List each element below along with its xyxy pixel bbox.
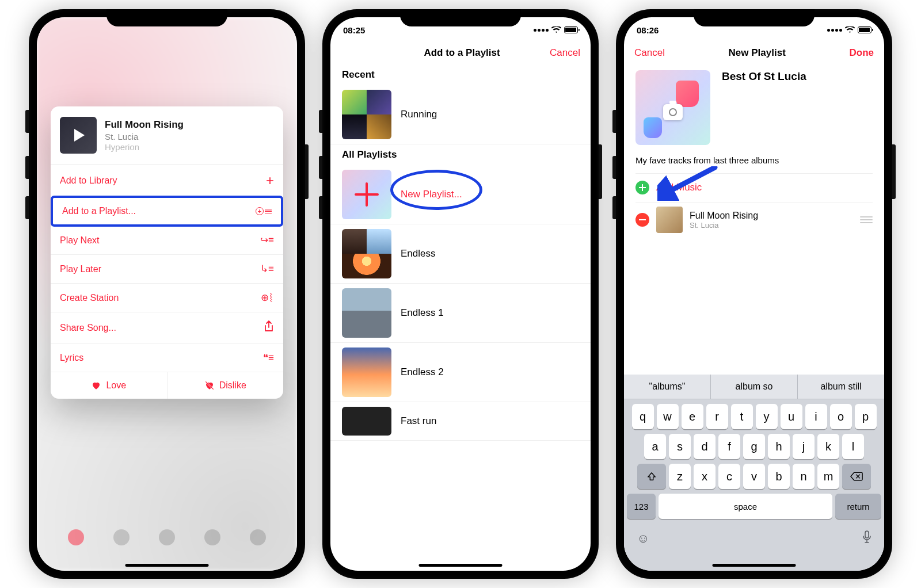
battery-icon (858, 26, 871, 33)
wifi-icon (551, 26, 561, 33)
menu-label: Add to Library (60, 175, 117, 186)
header-title: New Playlist (729, 47, 786, 59)
key-u[interactable]: u (781, 404, 802, 429)
key-f[interactable]: f (718, 434, 740, 459)
return-key[interactable]: return (835, 494, 881, 519)
key-j[interactable]: j (793, 434, 815, 459)
cellular-icon (534, 29, 549, 32)
suggestion[interactable]: album so (710, 375, 797, 399)
play-later-icon: ↳≡ (259, 263, 274, 275)
backspace-key[interactable] (842, 464, 871, 489)
plus-icon (342, 170, 391, 219)
key-v[interactable]: v (743, 464, 765, 489)
playlist-name: Endless 2 (401, 366, 444, 378)
key-i[interactable]: i (805, 404, 827, 429)
keyboard: "albums" album so album still q w e r t … (624, 375, 884, 571)
album-art[interactable] (60, 117, 97, 154)
svg-rect-2 (865, 531, 869, 538)
menu-label: Add to a Playlist... (62, 206, 136, 216)
key-e[interactable]: e (682, 404, 703, 429)
remove-track-button[interactable] (635, 213, 649, 227)
playlist-row-endless1[interactable]: Endless 1 (330, 284, 591, 343)
key-s[interactable]: s (669, 434, 691, 459)
key-n[interactable]: n (793, 464, 815, 489)
key-x[interactable]: x (694, 464, 716, 489)
track-cover (656, 207, 683, 233)
playlist-cover (342, 288, 391, 338)
key-l[interactable]: l (842, 434, 864, 459)
playlist-cover (342, 348, 391, 397)
track-row[interactable]: Full Moon Rising St. Lucia (635, 203, 873, 236)
shift-key[interactable] (637, 464, 666, 489)
add-music-button[interactable]: Add Music (635, 174, 873, 203)
menu-play-later[interactable]: Play Later ↳≡ (51, 254, 283, 283)
done-button[interactable]: Done (849, 47, 874, 59)
heart-slash-icon (204, 380, 215, 391)
menu-add-to-playlist[interactable]: Add to a Playlist... (51, 196, 283, 227)
share-icon (259, 320, 274, 335)
playlist-cover (342, 407, 391, 436)
menu-create-station[interactable]: Create Station ⊕⦚ (51, 283, 283, 312)
suggestion[interactable]: "albums" (624, 375, 710, 399)
key-row-4: 123 space return (627, 494, 881, 519)
home-indicator[interactable] (713, 564, 796, 567)
wifi-icon (845, 26, 855, 33)
suggestion[interactable]: album still (797, 375, 884, 399)
menu-label: Share Song... (60, 323, 116, 333)
playlist-name-field[interactable]: Best Of St Lucia (722, 70, 806, 145)
section-all-playlists: All Playlists (330, 144, 591, 165)
reorder-handle-icon[interactable] (860, 216, 873, 223)
key-d[interactable]: d (694, 434, 716, 459)
section-recent: Recent (330, 64, 591, 85)
home-indicator[interactable] (125, 564, 209, 567)
key-c[interactable]: c (718, 464, 740, 489)
dictation-key[interactable] (862, 530, 871, 547)
add-to-playlist-icon (256, 207, 272, 215)
playlist-artwork[interactable] (635, 70, 710, 145)
key-w[interactable]: w (657, 404, 679, 429)
key-k[interactable]: k (817, 434, 839, 459)
key-row-2: a s d f g h j k l (627, 434, 881, 459)
key-o[interactable]: o (830, 404, 852, 429)
battery-icon (564, 26, 578, 33)
key-p[interactable]: p (855, 404, 877, 429)
playlist-description-field[interactable]: My fave tracks from last three albums (635, 155, 873, 165)
home-indicator[interactable] (419, 564, 503, 567)
key-q[interactable]: q (632, 404, 654, 429)
key-z[interactable]: z (669, 464, 691, 489)
blurred-tab-bar (37, 529, 297, 545)
status-time: 08:26 (637, 25, 659, 35)
key-a[interactable]: a (644, 434, 666, 459)
space-key[interactable]: space (659, 494, 832, 519)
playlist-row-running[interactable]: Running (330, 85, 591, 144)
cancel-button[interactable]: Cancel (634, 47, 665, 59)
dislike-button[interactable]: Dislike (168, 372, 284, 399)
key-row-3: z x c v b n m (627, 464, 881, 489)
phone-1: Full Moon Rising St. Lucia Hyperion Add … (29, 9, 305, 579)
menu-share-song[interactable]: Share Song... (51, 312, 283, 343)
menu-label: Play Next (60, 235, 99, 246)
numbers-key[interactable]: 123 (627, 494, 656, 519)
playlist-row-endless2[interactable]: Endless 2 (330, 343, 591, 402)
song-header[interactable]: Full Moon Rising St. Lucia Hyperion (51, 106, 283, 164)
key-b[interactable]: b (768, 464, 790, 489)
key-y[interactable]: y (756, 404, 778, 429)
playlist-cover (342, 90, 391, 139)
menu-add-to-library[interactable]: Add to Library + (51, 164, 283, 197)
playlist-row-endless[interactable]: Endless (330, 224, 591, 284)
key-t[interactable]: t (731, 404, 753, 429)
track-title: Full Moon Rising (690, 211, 758, 221)
love-button[interactable]: Love (51, 372, 168, 399)
track-artist: St. Lucia (690, 221, 758, 230)
key-h[interactable]: h (768, 434, 790, 459)
key-r[interactable]: r (706, 404, 728, 429)
playlist-row-fastrun[interactable]: Fast run (330, 402, 591, 441)
new-playlist-button[interactable]: New Playlist... (330, 165, 591, 224)
song-artist: St. Lucia (105, 132, 184, 142)
key-m[interactable]: m (817, 464, 839, 489)
menu-lyrics[interactable]: Lyrics ❝≡ (51, 343, 283, 372)
emoji-key[interactable]: ☺ (637, 531, 649, 546)
key-g[interactable]: g (743, 434, 765, 459)
menu-play-next[interactable]: Play Next ↪≡ (51, 226, 283, 254)
cancel-button[interactable]: Cancel (550, 47, 580, 59)
